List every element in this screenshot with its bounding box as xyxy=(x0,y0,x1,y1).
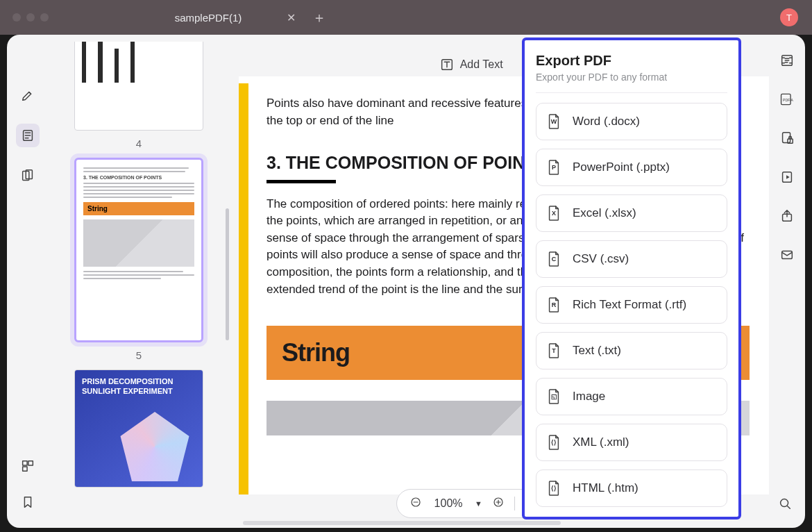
close-window-dot[interactable] xyxy=(12,13,21,22)
export-option-label: HTML (.htm) xyxy=(573,481,638,495)
divider xyxy=(536,92,727,93)
app-window: 4 3. THE COMPOSITION OF POINTS String 5 xyxy=(7,35,805,528)
mail-button[interactable] xyxy=(778,246,796,264)
pdfa-icon: PDF/A xyxy=(779,92,795,107)
export-option-label: Word (.docx) xyxy=(573,115,640,128)
separator xyxy=(514,497,515,510)
export-option-word[interactable]: W Word (.docx) xyxy=(536,103,727,140)
search-icon xyxy=(777,496,793,511)
word-icon: W xyxy=(546,113,561,130)
close-tab-icon[interactable]: ✕ xyxy=(287,11,296,24)
form-fields-tool[interactable] xyxy=(16,454,40,478)
export-option-img[interactable]: ◱ Image xyxy=(536,378,727,415)
export-option-ppt[interactable]: P PowerPoint (.pptx) xyxy=(536,149,727,186)
mail-icon xyxy=(779,247,795,263)
img-icon: ◱ xyxy=(546,388,561,405)
svg-point-19 xyxy=(781,499,788,507)
zoom-value[interactable]: 100% xyxy=(432,497,465,510)
svg-rect-18 xyxy=(782,251,793,259)
thumbnail-page-4[interactable]: 4 xyxy=(73,42,205,149)
search-button[interactable] xyxy=(776,494,794,513)
text-icon xyxy=(439,57,455,72)
document-area: Add Text A Points also have dominant and… xyxy=(229,35,769,528)
notes-icon xyxy=(20,128,35,143)
ocr-button[interactable] xyxy=(778,51,796,69)
zoom-dropdown[interactable]: ▼ xyxy=(475,499,482,508)
svg-text:PDF/A: PDF/A xyxy=(783,98,794,102)
highlighter-tool[interactable] xyxy=(16,83,40,107)
minimize-window-dot[interactable] xyxy=(26,13,35,22)
ocr-icon xyxy=(779,53,795,68)
export-option-label: XML (.xml) xyxy=(573,435,629,449)
export-option-label: CSV (.csv) xyxy=(573,252,629,266)
new-tab-button[interactable]: ＋ xyxy=(305,8,333,27)
slideshow-button[interactable] xyxy=(778,168,796,186)
maximize-window-dot[interactable] xyxy=(40,13,49,22)
add-text-label: Add Text xyxy=(460,58,503,71)
export-panel: Export PDF Export your PDF to any format… xyxy=(522,38,741,519)
thumbnail-page-6[interactable]: PRISM DECOMPOSITION SUNLIGHT EXPERIMENT xyxy=(73,369,205,488)
user-avatar[interactable]: T xyxy=(780,8,798,26)
txt-icon: T xyxy=(546,342,561,359)
export-option-label: PowerPoint (.pptx) xyxy=(573,160,670,174)
svg-rect-5 xyxy=(23,467,27,471)
thumbnail-number: 4 xyxy=(136,138,142,149)
band-title: String xyxy=(282,335,350,371)
export-option-label: Text (.txt) xyxy=(573,344,621,358)
thumbnail-panel: 4 3. THE COMPOSITION OF POINTS String 5 xyxy=(49,35,229,528)
rtf-icon: R xyxy=(546,297,561,313)
tab-title: samplePDF(1) xyxy=(175,12,242,24)
html-icon: ⟨⟩ xyxy=(546,480,561,497)
export-option-rtf[interactable]: R Rich Text Format (.rtf) xyxy=(536,286,727,324)
avatar-letter: T xyxy=(786,13,792,23)
left-tool-rail xyxy=(7,35,49,528)
xls-icon: X xyxy=(546,205,561,222)
encrypt-button[interactable] xyxy=(778,129,796,147)
pdfa-button[interactable]: PDF/A xyxy=(778,90,796,108)
horizontal-scrollbar[interactable] xyxy=(243,521,561,525)
thumb-band: String xyxy=(83,202,194,215)
pages-icon xyxy=(20,168,35,183)
zoom-out-button[interactable] xyxy=(409,496,422,511)
share-button[interactable] xyxy=(778,207,796,225)
bookmarks-tool[interactable] xyxy=(16,490,40,514)
heading-underline xyxy=(267,180,336,183)
zoom-in-icon xyxy=(492,496,505,508)
bookmark-icon xyxy=(20,494,35,510)
window-controls[interactable] xyxy=(12,13,49,22)
lock-file-icon xyxy=(779,131,795,146)
ppt-icon: P xyxy=(546,159,561,176)
csv-icon: C xyxy=(546,251,561,267)
title-bar: samplePDF(1) ✕ ＋ T xyxy=(0,0,812,35)
thumb-title: PRISM DECOMPOSITION SUNLIGHT EXPERIMENT xyxy=(82,377,196,397)
play-file-icon xyxy=(779,169,795,185)
highlighter-icon xyxy=(20,88,35,103)
form-fields-icon xyxy=(20,458,35,474)
notes-tool[interactable] xyxy=(16,124,40,147)
thumbnail-number: 5 xyxy=(136,349,142,361)
add-text-button[interactable]: Add Text xyxy=(439,57,503,72)
xml-icon: ⟨⟩ xyxy=(546,434,561,451)
export-option-xml[interactable]: ⟨⟩ XML (.xml) xyxy=(536,424,727,461)
page-edge-accent xyxy=(239,83,248,494)
thumbnail-page-5[interactable]: 3. THE COMPOSITION OF POINTS String 5 xyxy=(73,158,205,361)
document-tab[interactable]: samplePDF(1) ✕ xyxy=(111,0,305,35)
export-subtitle: Export your PDF to any format xyxy=(536,72,727,83)
export-option-xls[interactable]: X Excel (.xlsx) xyxy=(536,194,727,232)
share-icon xyxy=(779,208,795,224)
right-tool-rail: PDF/A xyxy=(769,35,805,528)
redact-tool[interactable] xyxy=(16,164,40,188)
svg-rect-3 xyxy=(23,461,27,465)
export-option-label: Rich Text Format (.rtf) xyxy=(573,298,686,312)
zoom-in-button[interactable] xyxy=(492,496,505,511)
export-option-html[interactable]: ⟨⟩ HTML (.htm) xyxy=(536,469,727,507)
svg-rect-4 xyxy=(28,461,33,465)
export-title: Export PDF xyxy=(536,53,727,69)
export-option-label: Excel (.xlsx) xyxy=(573,206,636,220)
zoom-out-icon xyxy=(409,496,422,508)
export-option-txt[interactable]: T Text (.txt) xyxy=(536,332,727,369)
export-option-label: Image xyxy=(573,390,605,404)
export-option-csv[interactable]: C CSV (.csv) xyxy=(536,240,727,278)
